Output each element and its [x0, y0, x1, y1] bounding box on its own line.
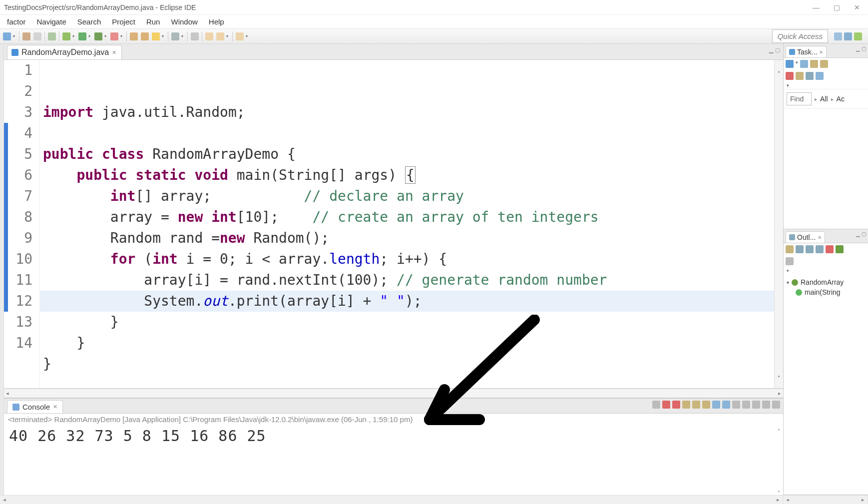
new-file-icon[interactable]	[152, 32, 160, 40]
forward-icon[interactable]	[216, 32, 224, 40]
editor-vertical-scrollbar[interactable]: ▴ ▾	[774, 60, 783, 388]
new-task-icon[interactable]	[786, 60, 794, 68]
main-toolbar: ▾ ▾ ▾ ▾ ▾ ▾ ▾ ▾ ▾ Quick Access	[0, 29, 868, 44]
outline-method-node[interactable]: main(String	[787, 287, 865, 297]
word-wrap-icon[interactable]	[702, 401, 710, 409]
scroll-up-icon[interactable]: ▴	[777, 426, 781, 432]
menu-refactor[interactable]: factor	[2, 16, 31, 27]
maximize-view-icon[interactable]: ▢	[862, 231, 866, 237]
maximize-button[interactable]: ▢	[834, 3, 840, 11]
task-find-input[interactable]: Find	[787, 92, 812, 105]
maximize-view-icon[interactable]: ▢	[775, 47, 780, 53]
task-list-body[interactable]	[784, 109, 868, 229]
bottom-scroll-left[interactable]: ◂▸	[0, 496, 783, 504]
link-icon[interactable]	[816, 72, 824, 80]
toggle-mark-icon[interactable]	[191, 32, 199, 40]
code-token: java.util.Random;	[93, 104, 245, 120]
close-tab-icon[interactable]: ✕	[112, 49, 116, 56]
bottom-scroll-right[interactable]: ◂▸	[783, 496, 868, 504]
hide-static-icon[interactable]	[806, 245, 814, 253]
terminate-icon[interactable]	[652, 401, 660, 409]
scroll-lock-icon[interactable]	[692, 401, 700, 409]
scroll-right-icon[interactable]: ▸	[778, 390, 781, 397]
scroll-down-icon[interactable]: ▾	[777, 489, 781, 494]
scroll-up-icon[interactable]: ▴	[777, 61, 780, 82]
remove-launch-icon[interactable]	[662, 401, 670, 409]
maximize-console-icon[interactable]	[772, 401, 780, 409]
left-trim	[0, 44, 4, 495]
scroll-down-icon[interactable]: ▾	[777, 366, 780, 387]
build-icon[interactable]	[48, 32, 56, 40]
task-filter-all[interactable]: All	[820, 95, 828, 103]
new-class-icon[interactable]	[141, 32, 149, 40]
outline-tab[interactable]: Outl... ✕	[786, 231, 825, 243]
console-output[interactable]: 40 26 32 73 5 8 15 16 86 25 ▴ ▾	[4, 425, 783, 495]
new-console-icon[interactable]	[752, 401, 760, 409]
sort-icon[interactable]	[786, 245, 794, 253]
minimize-console-icon[interactable]	[762, 401, 770, 409]
nav-back-icon[interactable]	[236, 32, 244, 40]
minimize-view-icon[interactable]: ▁	[769, 47, 773, 53]
link-editor-icon[interactable]	[786, 257, 794, 265]
remove-all-icon[interactable]	[672, 401, 680, 409]
task-list-tab[interactable]: Task... ✕	[786, 46, 827, 57]
expand-icon[interactable]: ▾	[787, 280, 789, 285]
menu-search[interactable]: Search	[72, 16, 106, 27]
menu-window[interactable]: Window	[166, 16, 202, 27]
line-number: 1	[4, 60, 34, 81]
schedule-icon[interactable]	[810, 60, 818, 68]
console-dropdown-icon[interactable]	[742, 401, 750, 409]
editor-tab-randomarraydemo[interactable]: RandomArrayDemo.java ✕	[7, 45, 122, 59]
open-console-icon[interactable]	[732, 401, 740, 409]
menu-navigate[interactable]: Navigate	[32, 16, 71, 27]
display-console-icon[interactable]	[722, 401, 730, 409]
close-outline-tab-icon[interactable]: ✕	[818, 235, 822, 240]
editor-horizontal-scrollbar[interactable]: ◂ ▸	[4, 389, 783, 398]
clear-console-icon[interactable]	[682, 401, 690, 409]
hide-local-icon[interactable]	[826, 245, 834, 253]
minimize-button[interactable]: —	[813, 3, 820, 11]
pin-console-icon[interactable]	[712, 401, 720, 409]
new-package-icon[interactable]	[130, 32, 138, 40]
close-window-button[interactable]: ✕	[854, 3, 860, 11]
save-all-icon[interactable]	[33, 32, 41, 40]
focus-task-icon[interactable]	[836, 245, 844, 253]
minimize-view-icon[interactable]: ▁	[856, 231, 860, 237]
back-icon[interactable]	[205, 32, 213, 40]
minimize-view-icon[interactable]: ▁	[856, 46, 860, 51]
menu-help[interactable]: Help	[204, 16, 229, 27]
synchronize-icon[interactable]	[820, 60, 828, 68]
console-vertical-scrollbar[interactable]: ▴ ▾	[775, 425, 783, 495]
focus-icon[interactable]	[806, 72, 814, 80]
outline-class-node[interactable]: ▾ RandomArray	[787, 277, 865, 287]
quick-access[interactable]: Quick Access	[772, 29, 828, 43]
menu-run[interactable]: Run	[141, 16, 165, 27]
java-perspective-icon[interactable]	[844, 32, 852, 40]
hide-fields-icon[interactable]	[796, 245, 804, 253]
coverage-icon[interactable]	[94, 32, 102, 40]
hide-icon[interactable]	[786, 72, 794, 80]
task-filter-activate[interactable]: Ac	[837, 95, 845, 103]
close-console-icon[interactable]: ✕	[53, 404, 57, 410]
search-icon[interactable]	[171, 32, 179, 40]
menu-project[interactable]: Project	[107, 16, 140, 27]
line-number: 7	[4, 186, 34, 207]
run-last-icon[interactable]	[110, 32, 118, 40]
run-icon[interactable]	[78, 32, 86, 40]
collapse-icon[interactable]	[796, 72, 804, 80]
maximize-view-icon[interactable]: ▢	[862, 46, 866, 51]
new-icon[interactable]	[3, 32, 11, 40]
debug-perspective-icon[interactable]	[854, 32, 862, 40]
outline-tree[interactable]: ▾ RandomArray main(String	[784, 274, 868, 300]
code-token: }	[43, 356, 51, 372]
code-editor[interactable]: 1 2 3 4 5 6 7 8 9 10 11 12 13 14 import …	[4, 60, 783, 389]
scroll-left-icon[interactable]: ◂	[6, 390, 9, 397]
categorize-icon[interactable]	[800, 60, 808, 68]
code-area[interactable]: import java.util.Random; public class Ra…	[40, 60, 774, 388]
console-tab[interactable]: Console ✕	[7, 400, 63, 413]
hide-nonpublic-icon[interactable]	[816, 245, 824, 253]
save-icon[interactable]	[22, 32, 30, 40]
open-perspective-icon[interactable]	[834, 32, 842, 40]
debug-icon[interactable]	[62, 32, 70, 40]
close-task-tab-icon[interactable]: ✕	[819, 49, 823, 55]
